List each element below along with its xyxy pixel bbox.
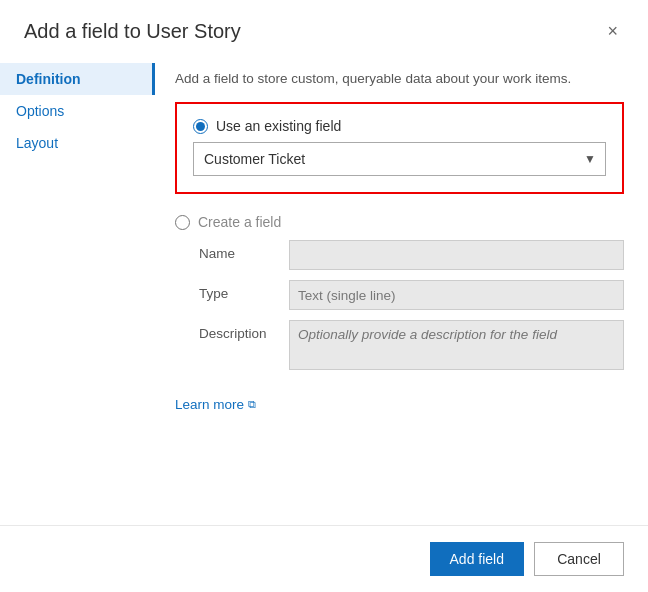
type-label: Type [199, 280, 289, 301]
name-label: Name [199, 240, 289, 261]
main-content: Add a field to store custom, queryable d… [155, 55, 648, 525]
create-form-fields: Name Type Description [175, 240, 624, 370]
use-existing-section: Use an existing field Customer Ticket Re… [175, 102, 624, 194]
existing-field-select-wrapper: Customer Ticket Resolution Priority Seve… [193, 142, 606, 176]
cancel-button[interactable]: Cancel [534, 542, 624, 576]
sidebar: Definition Options Layout [0, 55, 155, 525]
description-row: Description [199, 320, 624, 370]
create-section: Create a field Name Type Description [175, 210, 624, 380]
sidebar-item-definition[interactable]: Definition [0, 63, 155, 95]
external-link-icon: ⧉ [248, 398, 256, 411]
description-label: Description [199, 320, 289, 341]
learn-more-text: Learn more [175, 397, 244, 412]
dialog-footer: Add field Cancel [0, 525, 648, 592]
learn-more-link[interactable]: Learn more ⧉ [175, 397, 256, 412]
use-existing-radio-row: Use an existing field [193, 118, 606, 134]
type-input[interactable] [289, 280, 624, 310]
close-button[interactable]: × [601, 20, 624, 42]
dialog-title: Add a field to User Story [24, 20, 241, 43]
create-field-label[interactable]: Create a field [198, 214, 281, 230]
type-row: Type [199, 280, 624, 310]
create-field-radio[interactable] [175, 215, 190, 230]
existing-field-select[interactable]: Customer Ticket Resolution Priority Seve… [193, 142, 606, 176]
use-existing-label[interactable]: Use an existing field [216, 118, 341, 134]
dialog-header: Add a field to User Story × [0, 0, 648, 55]
description-input[interactable] [289, 320, 624, 370]
name-row: Name [199, 240, 624, 270]
sidebar-item-options[interactable]: Options [0, 95, 155, 127]
create-field-radio-row: Create a field [175, 214, 624, 230]
add-field-button[interactable]: Add field [430, 542, 524, 576]
name-input[interactable] [289, 240, 624, 270]
learn-more-section: Learn more ⧉ [175, 396, 624, 412]
use-existing-radio[interactable] [193, 119, 208, 134]
dialog-body: Definition Options Layout Add a field to… [0, 55, 648, 525]
dialog: Add a field to User Story × Definition O… [0, 0, 648, 592]
description-text: Add a field to store custom, queryable d… [175, 71, 624, 86]
sidebar-item-layout[interactable]: Layout [0, 127, 155, 159]
